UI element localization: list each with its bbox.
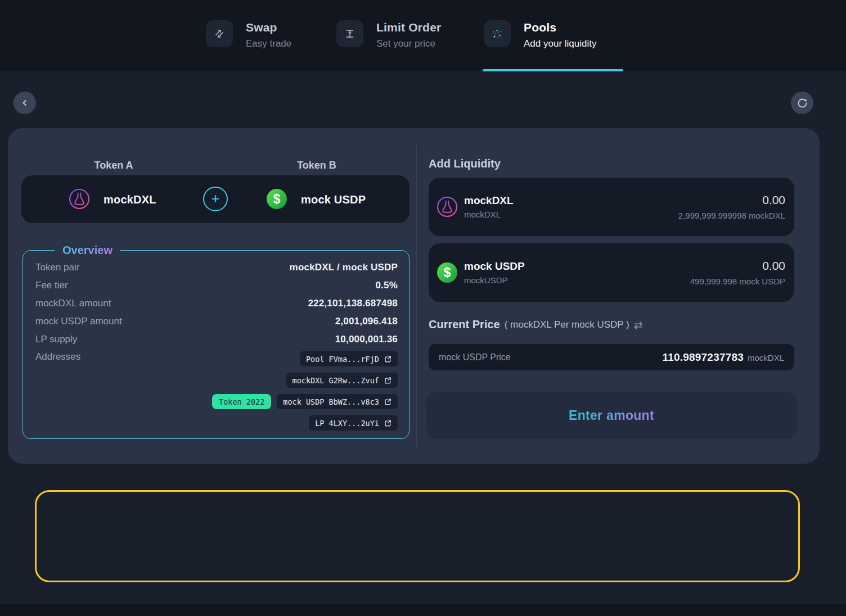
token-input-row-mockdxl[interactable]: mockDXL mockDXL 0.00 2,999,999.999998 mo…	[429, 178, 794, 236]
active-tab-underline	[483, 69, 623, 71]
row-value: 222,101,138.687498	[308, 298, 398, 309]
tab-limit-order-label: Limit Order	[376, 21, 441, 34]
tab-swap[interactable]: Swap Easy trade	[206, 20, 291, 49]
lp-address-pill[interactable]: LP 4LXY...2uYi	[309, 415, 398, 431]
refresh-icon	[796, 97, 808, 109]
chevron-left-icon	[19, 97, 30, 108]
tab-limit-order[interactable]: Limit Order Set your price	[336, 20, 441, 49]
external-link-icon	[384, 398, 392, 405]
pool-card: Token A Token B mockDXL + $ mock USDP Ov…	[8, 128, 820, 464]
row-value: 10,000,001.36	[335, 334, 398, 345]
tab-swap-label: Swap	[246, 21, 291, 34]
pool-address-pill[interactable]: Pool FVma...rFjD	[300, 351, 398, 366]
token-2022-badge: Token 2022	[212, 394, 271, 409]
overview-row-fee-tier: Fee tier 0.5%	[35, 279, 398, 291]
current-price-pair: ( mockDXL Per mock USDP )	[505, 319, 629, 330]
token-b-name: mock USDP	[301, 193, 366, 206]
amount-value[interactable]: 0.00	[762, 259, 785, 273]
tab-pools-sublabel: Add your liquidity	[524, 38, 596, 49]
token-a-label: Token A	[57, 160, 170, 171]
external-link-icon	[384, 419, 392, 427]
enter-amount-button[interactable]: Enter amount	[426, 392, 797, 439]
footer-strip	[0, 604, 846, 616]
top-nav: Swap Easy trade Limit Order Set your pri…	[0, 0, 846, 71]
token-a-name: mockDXL	[104, 193, 156, 206]
tab-pools-label: Pools	[524, 21, 596, 34]
overview-row-lp-supply: LP supply 10,000,001.36	[35, 333, 398, 345]
token-pair-selector: mockDXL + $ mock USDP	[21, 175, 410, 223]
token-input-row-mockusdp[interactable]: $ mock USDP mockUSDP 0.00 499,999.998 mo…	[429, 243, 794, 302]
price-unit: mockDXL	[748, 353, 784, 363]
tab-limit-order-sublabel: Set your price	[376, 38, 441, 49]
amount-value[interactable]: 0.00	[762, 193, 785, 207]
pools-icon	[484, 20, 511, 47]
overview-fieldset: Overview Token pair mockDXL / mock USDP …	[22, 244, 410, 439]
limit-order-icon	[336, 20, 363, 47]
dollar-icon: $	[266, 188, 287, 210]
flask-icon	[436, 196, 458, 218]
overview-title: Overview	[55, 244, 120, 257]
token-name: mockDXL	[464, 194, 514, 207]
add-liquidity-title: Add Liquidity	[429, 157, 501, 170]
token-symbol: mockDXL	[464, 210, 514, 219]
token-symbol: mockUSDP	[464, 275, 525, 285]
swap-direction-icon[interactable]: ⇄	[634, 319, 643, 331]
row-label: mock USDP amount	[35, 316, 122, 327]
svg-text:$: $	[444, 265, 451, 280]
overview-row-token-pair: Token pair mockDXL / mock USDP	[35, 261, 398, 273]
enter-amount-label: Enter amount	[569, 408, 654, 423]
refresh-button[interactable]	[791, 92, 813, 114]
token-b-label: Token B	[260, 160, 373, 171]
balance-text: 499,999.998 mock USDP	[690, 277, 785, 286]
mock-usdp-address-pill[interactable]: mock USDP BbWZ...v8c3	[277, 394, 398, 409]
price-value: 110.9897237783	[663, 351, 744, 364]
token-name: mock USDP	[464, 260, 525, 273]
row-label: LP supply	[35, 334, 77, 345]
balance-text: 2,999,999.999998 mockDXL	[678, 211, 785, 220]
current-price-label: Current Price	[429, 318, 500, 331]
row-value: 0.5%	[375, 280, 398, 291]
tab-pools[interactable]: Pools Add your liquidity	[484, 20, 596, 49]
external-link-icon	[384, 355, 392, 363]
plus-icon: +	[211, 191, 219, 206]
row-label: Token pair	[35, 262, 79, 273]
column-divider	[416, 145, 417, 447]
addresses-label: Addresses	[35, 351, 80, 363]
overview-row-mockdxl-amount: mockDXL amount 222,101,138.687498	[35, 297, 398, 309]
highlight-outline-box	[35, 490, 800, 582]
add-pair-button[interactable]: +	[203, 187, 228, 211]
price-row: mock USDP Price 110.9897237783 mockDXL	[429, 344, 794, 370]
flask-icon	[69, 188, 90, 210]
external-link-icon	[384, 377, 392, 384]
back-button[interactable]	[14, 92, 36, 114]
row-label: Fee tier	[35, 280, 68, 291]
overview-row-mockusdp-amount: mock USDP amount 2,001,096.418	[35, 315, 398, 327]
dollar-icon: $	[436, 262, 458, 283]
svg-text:$: $	[273, 192, 281, 206]
row-label: mockDXL amount	[35, 298, 111, 309]
mockdxl-address-pill[interactable]: mockDXL G2Rw...Zvuf	[286, 373, 398, 388]
row-value: mockDXL / mock USDP	[290, 262, 398, 273]
swap-icon	[206, 20, 233, 47]
price-label: mock USDP Price	[439, 352, 511, 363]
tab-swap-sublabel: Easy trade	[246, 38, 291, 49]
row-value: 2,001,096.418	[335, 316, 398, 327]
